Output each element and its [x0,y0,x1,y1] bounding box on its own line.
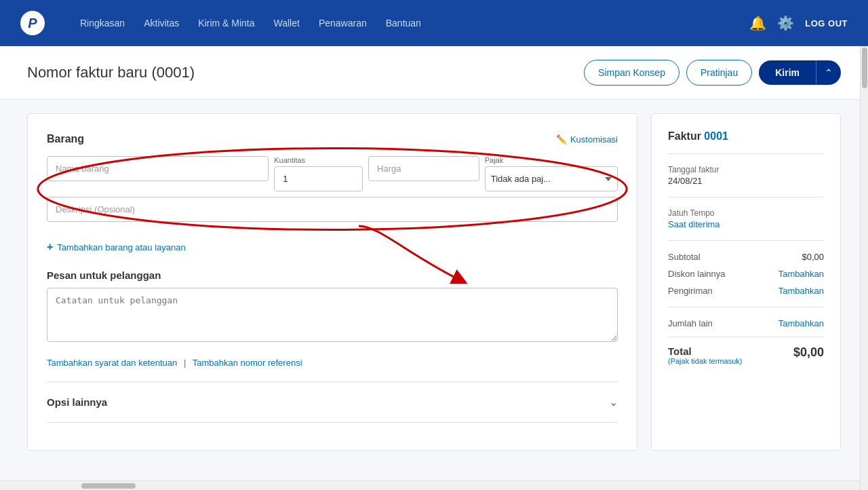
send-dropdown-button[interactable]: ⌃ [816,60,841,85]
send-button[interactable]: Kirim [759,60,816,85]
qty-label: Kuantitas [274,156,363,164]
terms-row: Tambahkan syarat dan ketentuan | Tambahk… [47,358,618,368]
item-tax-group: Pajak Tidak ada paj... [485,156,618,191]
nav-wallet[interactable]: Wallet [274,18,300,29]
other-label: Jumlah lain [668,318,713,328]
tax-label: Pajak [485,156,618,164]
options-label: Opsi lainnya [47,396,107,408]
item-row: Kuantitas Pajak Tidak ada paj... [47,156,618,191]
invoice-title-text: Faktur [668,130,701,142]
total-label: Total [668,345,742,357]
scrollbar[interactable] [860,46,868,464]
customize-label: Kustomisasi [570,134,618,145]
add-icon: + [47,241,53,253]
other-row: Jumlah lain Tambahkan [668,318,824,328]
pencil-icon: ✏️ [556,134,567,145]
nav-actions: 🔔 ⚙️ LOG OUT [749,15,848,31]
item-description-input[interactable] [47,197,618,222]
message-title: Pesan untuk pelanggan [47,269,618,281]
main-content: Barang ✏️ Kustomisasi Kuantitas [0,100,868,464]
save-draft-button[interactable]: Simpan Konsep [584,60,679,86]
item-tax-select[interactable]: Tidak ada paj... [485,166,618,191]
items-section-header: Barang ✏️ Kustomisasi [47,133,618,145]
nav-penawaran[interactable]: Penawaran [319,18,367,29]
reference-link[interactable]: Tambahkan nomor referensi [193,358,302,368]
item-qty-input[interactable] [274,166,363,191]
date-value: 24/08/21 [668,176,824,186]
preview-button[interactable]: Pratinjau [686,60,752,86]
divider-2 [47,422,618,423]
settings-icon[interactable]: ⚙️ [777,15,794,31]
add-item-label: Tambahkan barang atau layanan [57,242,185,252]
date-label: Tanggal faktur [668,165,824,174]
subtotal-label: Subtotal [668,252,701,262]
discount-label: Diskon lainnya [668,269,726,279]
terms-link[interactable]: Tambahkan syarat dan ketentuan [47,358,177,368]
logout-button[interactable]: LOG OUT [805,18,848,29]
customize-link[interactable]: ✏️ Kustomisasi [556,134,618,145]
chevron-down-icon: ⌄ [609,396,618,409]
subtotal-row: Subtotal $0,00 [668,252,824,262]
item-price-input[interactable] [368,156,479,181]
shipping-action[interactable]: Tambahkan [778,286,824,296]
invoice-title: Faktur 0001 [668,130,824,143]
scrollbar-thumb [862,48,867,88]
navbar: P Ringkasan Aktivitas Kirim & Minta Wall… [0,0,868,46]
discount-row: Diskon lainnya Tambahkan [668,269,824,279]
right-divider-2 [668,197,824,197]
page-header: Nomor faktur baru (0001) Simpan Konsep P… [0,46,868,100]
description-row [47,197,618,222]
total-row: Total (Pajak tidak termasuk) $0,00 [668,337,824,365]
send-button-group: Kirim ⌃ [759,60,841,85]
nav-ringkasan[interactable]: Ringkasan [80,18,125,29]
right-divider-3 [668,240,824,241]
item-name-group [47,156,269,191]
message-textarea[interactable] [47,288,618,342]
paypal-logo: P [20,11,45,35]
right-panel: Faktur 0001 Tanggal faktur 24/08/21 Jatu… [651,113,841,451]
item-price-group [368,156,479,191]
divider-1 [47,381,618,382]
page-title: Nomor faktur baru (0001) [27,64,195,81]
invoice-number-value: 0001 [704,130,728,142]
total-label-group: Total (Pajak tidak termasuk) [668,345,742,365]
right-divider-1 [668,153,824,154]
invoice-date-row: Tanggal faktur 24/08/21 [668,165,824,186]
item-form-wrapper: Kuantitas Pajak Tidak ada paj... [47,156,618,222]
other-action[interactable]: Tambahkan [778,318,824,328]
due-label: Jatuh Tempo [668,208,824,218]
items-title: Barang [47,133,84,145]
notification-icon[interactable]: 🔔 [749,15,766,31]
total-tax-note: (Pajak tidak termasuk) [668,357,742,365]
subtotal-value: $0,00 [802,252,824,262]
message-section: Pesan untuk pelanggan [47,269,618,344]
nav-links: Ringkasan Aktivitas Kirim & Minta Wallet… [80,18,728,29]
nav-bantuan[interactable]: Bantuan [386,18,421,29]
item-qty-group: Kuantitas [274,156,363,191]
options-row[interactable]: Opsi lainnya ⌄ [47,393,618,411]
left-panel: Barang ✏️ Kustomisasi Kuantitas [27,113,637,451]
add-item-link[interactable]: + Tambahkan barang atau layanan [47,241,618,253]
nav-aktivitas[interactable]: Aktivitas [144,18,179,29]
invoice-due-row: Jatuh Tempo Saat diterima [668,208,824,229]
discount-action[interactable]: Tambahkan [778,269,824,279]
item-name-input[interactable] [47,156,269,181]
shipping-label: Pengiriman [668,286,713,296]
nav-kirim-minta[interactable]: Kirim & Minta [198,18,254,29]
header-buttons: Simpan Konsep Pratinjau Kirim ⌃ [584,60,841,86]
due-value: Saat diterima [668,219,824,229]
shipping-row: Pengiriman Tambahkan [668,286,824,296]
terms-separator: | [184,358,186,368]
right-divider-4 [668,307,824,307]
total-value: $0,00 [793,345,824,360]
